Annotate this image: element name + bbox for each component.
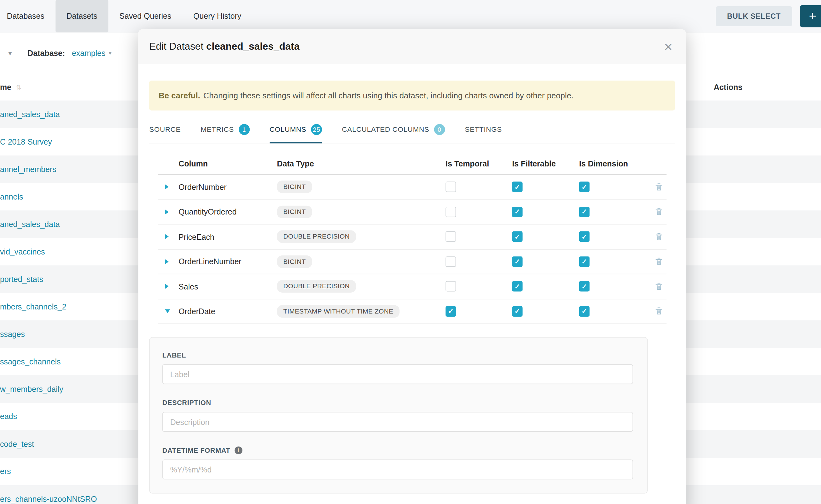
- columns-table: Column Data Type Is Temporal Is Filterab…: [158, 156, 666, 324]
- caret-right-icon: [165, 259, 169, 264]
- is-temporal-checkbox[interactable]: [446, 182, 456, 192]
- is-filterable-checkbox[interactable]: [512, 281, 523, 292]
- dataset-link[interactable]: aned_sales_data: [0, 220, 60, 229]
- modal-tabs: SOURCE METRICS 1 COLUMNS 25 CALCULATED C…: [149, 124, 675, 143]
- columns-count-badge: 25: [311, 124, 322, 135]
- is-dimension-checkbox[interactable]: [579, 256, 590, 267]
- caret-right-icon: [165, 184, 169, 190]
- expand-toggle[interactable]: [158, 209, 178, 215]
- delete-column-button[interactable]: [655, 307, 667, 316]
- trash-icon: [655, 282, 663, 291]
- datetime-format-input[interactable]: [162, 460, 633, 480]
- dataset-link[interactable]: annel_members: [0, 165, 56, 174]
- dataset-link[interactable]: eads: [0, 412, 17, 421]
- header-data-type: Data Type: [277, 159, 446, 168]
- data-type-pill: BIGINT: [277, 205, 312, 218]
- is-temporal-checkbox[interactable]: [446, 207, 456, 217]
- dataset-link[interactable]: ssages_channels: [0, 357, 61, 366]
- description-field-label-text: DESCRIPTION: [162, 399, 211, 407]
- dataset-link[interactable]: aned_sales_data: [0, 110, 60, 119]
- nav-actions: BULK SELECT +: [715, 5, 821, 27]
- dataset-link[interactable]: vid_vaccines: [0, 247, 45, 256]
- is-filterable-checkbox[interactable]: [512, 256, 523, 267]
- expand-toggle[interactable]: [158, 309, 178, 313]
- is-dimension-checkbox[interactable]: [579, 306, 590, 317]
- modal-body: Be careful. Changing these settings will…: [138, 64, 686, 493]
- dataset-link[interactable]: ers: [0, 467, 11, 476]
- is-temporal-checkbox[interactable]: [446, 306, 456, 317]
- add-dataset-button[interactable]: +: [800, 5, 821, 27]
- name-column-header[interactable]: me: [0, 83, 11, 91]
- tab-settings[interactable]: SETTINGS: [465, 124, 502, 143]
- delete-column-button[interactable]: [655, 232, 667, 241]
- trash-icon: [655, 207, 663, 216]
- expand-toggle[interactable]: [158, 234, 178, 240]
- delete-column-button[interactable]: [655, 282, 667, 291]
- dataset-link[interactable]: annels: [0, 192, 23, 201]
- column-name: PriceEach: [179, 232, 277, 241]
- delete-column-button[interactable]: [655, 257, 667, 266]
- database-filter-value[interactable]: examples: [72, 48, 106, 57]
- caret-right-icon: [165, 209, 169, 215]
- delete-column-button[interactable]: [655, 183, 667, 191]
- dataset-link[interactable]: w_members_daily: [0, 384, 63, 393]
- dataset-link[interactable]: code_test: [0, 439, 34, 448]
- is-filterable-checkbox[interactable]: [512, 231, 523, 242]
- trash-icon: [655, 257, 663, 266]
- data-type-pill: BIGINT: [277, 255, 312, 268]
- is-dimension-checkbox[interactable]: [579, 182, 590, 192]
- is-dimension-checkbox[interactable]: [579, 207, 590, 217]
- column-row: QuantityOrderedBIGINT: [158, 200, 666, 225]
- close-icon[interactable]: ✕: [664, 41, 673, 52]
- dataset-link[interactable]: ported_stats: [0, 274, 43, 283]
- nav-item-datasets[interactable]: Datasets: [55, 0, 108, 32]
- tab-calculated-columns[interactable]: CALCULATED COLUMNS 0: [342, 124, 445, 143]
- expand-toggle[interactable]: [158, 259, 178, 264]
- tab-columns[interactable]: COLUMNS 25: [269, 124, 322, 143]
- app-window: Databases Datasets Saved Queries Query H…: [0, 0, 821, 504]
- warning-banner: Be careful. Changing these settings will…: [149, 81, 675, 111]
- column-name: OrderLineNumber: [179, 257, 277, 266]
- column-name: OrderNumber: [179, 183, 277, 191]
- warning-bold-text: Be careful.: [159, 91, 200, 100]
- is-filterable-checkbox[interactable]: [512, 306, 523, 317]
- column-row: OrderLineNumberBIGINT: [158, 250, 666, 274]
- is-dimension-checkbox[interactable]: [579, 231, 590, 242]
- caret-down-icon[interactable]: ▾: [8, 49, 12, 57]
- is-temporal-checkbox[interactable]: [446, 281, 456, 292]
- dataset-link[interactable]: mbers_channels_2: [0, 302, 66, 311]
- nav-item-databases[interactable]: Databases: [0, 0, 55, 32]
- dataset-link[interactable]: ssages: [0, 329, 25, 338]
- column-name: OrderDate: [179, 307, 277, 316]
- dataset-link[interactable]: ers_channels-uzooNNtSRO: [0, 494, 97, 503]
- tab-source[interactable]: SOURCE: [149, 124, 181, 143]
- datetime-format-label-text: DATETIME FORMAT: [162, 447, 230, 454]
- is-filterable-checkbox[interactable]: [512, 182, 523, 192]
- description-field-group: DESCRIPTION: [162, 399, 633, 432]
- sort-icon[interactable]: ⇅: [16, 84, 22, 91]
- nav-item-saved-queries[interactable]: Saved Queries: [108, 0, 182, 32]
- is-filterable-checkbox[interactable]: [512, 207, 523, 217]
- is-temporal-checkbox[interactable]: [446, 256, 456, 267]
- expand-toggle[interactable]: [158, 284, 178, 289]
- description-input[interactable]: [162, 412, 633, 432]
- caret-right-icon: [165, 284, 169, 289]
- tab-label: SETTINGS: [465, 126, 502, 133]
- info-icon[interactable]: i: [234, 447, 242, 454]
- tab-metrics[interactable]: METRICS 1: [200, 124, 250, 143]
- modal-title-prefix: Edit Dataset: [149, 41, 203, 52]
- bulk-select-button[interactable]: BULK SELECT: [715, 6, 792, 26]
- label-field-group: LABEL: [162, 351, 633, 384]
- nav-item-query-history[interactable]: Query History: [182, 0, 252, 32]
- label-input[interactable]: [162, 364, 633, 384]
- column-row: SalesDOUBLE PRECISION: [158, 274, 666, 299]
- columns-table-head: Column Data Type Is Temporal Is Filterab…: [158, 156, 666, 175]
- delete-column-button[interactable]: [655, 207, 667, 216]
- header-column: Column: [179, 159, 277, 168]
- column-name: QuantityOrdered: [179, 207, 277, 216]
- expand-toggle[interactable]: [158, 184, 178, 190]
- dataset-link[interactable]: C 2018 Survey: [0, 137, 52, 146]
- is-temporal-checkbox[interactable]: [446, 231, 456, 242]
- is-dimension-checkbox[interactable]: [579, 281, 590, 292]
- datetime-format-field-group: DATETIME FORMAT i: [162, 447, 633, 480]
